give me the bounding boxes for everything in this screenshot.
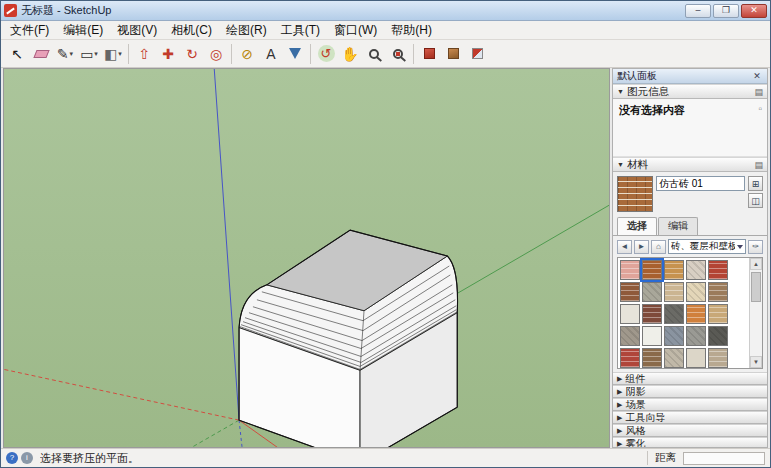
shapes-tool-button[interactable]: ▭▾ <box>77 42 101 66</box>
forward-arrow-icon[interactable]: ► <box>634 240 649 254</box>
rotate-tool-button[interactable]: ↻ <box>180 42 204 66</box>
material-swatch[interactable] <box>708 260 728 280</box>
dropdown-arrow-icon[interactable]: ▾ <box>118 50 122 58</box>
sample-paint-button[interactable]: ✑ <box>748 240 763 254</box>
menu-item-0[interactable]: 文件(F) <box>3 20 56 41</box>
materials-browser-button[interactable] <box>441 42 465 66</box>
statusbar-divider <box>647 451 648 465</box>
materials-tab-0[interactable]: 选择 <box>617 217 657 235</box>
maximize-button[interactable]: ❐ <box>713 4 739 18</box>
components-browser-button[interactable] <box>465 42 489 66</box>
material-swatch[interactable] <box>708 348 728 368</box>
viewport-canvas[interactable] <box>4 69 609 447</box>
info-icon[interactable]: i <box>21 452 33 464</box>
model-info-button[interactable] <box>417 42 441 66</box>
pan-tool-button[interactable]: ✋ <box>338 42 362 66</box>
menu-item-3[interactable]: 相机(C) <box>164 20 219 41</box>
material-swatch[interactable] <box>664 260 684 280</box>
material-swatch[interactable] <box>620 304 640 324</box>
entity-info-body: 没有选择内容 ▫ <box>613 99 767 157</box>
materials-nav-buttons: ◄►⌂ <box>617 240 666 254</box>
menu-item-1[interactable]: 编辑(E) <box>56 20 110 41</box>
section-label: 场景 <box>625 398 645 412</box>
section-header-collapsed-0[interactable]: ▶组件 <box>613 372 767 385</box>
material-swatch[interactable] <box>664 326 684 346</box>
offset-tool-button[interactable]: ◎ <box>204 42 228 66</box>
dropdown-arrow-icon[interactable]: ▾ <box>70 50 74 58</box>
toolbar-separator <box>310 44 311 64</box>
display-secondary-pane-button[interactable]: ⊞ <box>748 176 763 191</box>
material-swatch[interactable] <box>620 260 640 280</box>
create-material-button[interactable]: ◫ <box>748 193 763 208</box>
material-swatch[interactable] <box>642 304 662 324</box>
orbit-tool-button[interactable]: ↺ <box>314 42 338 66</box>
material-swatch[interactable] <box>708 304 728 324</box>
paint-bucket-tool-button[interactable] <box>283 42 307 66</box>
scroll-down-icon[interactable]: ▼ <box>750 356 762 368</box>
entity-info-detail-icon[interactable]: ▫ <box>758 103 762 114</box>
materials-tab-1[interactable]: 编辑 <box>658 217 698 235</box>
zoom-tool-button[interactable] <box>362 42 386 66</box>
scrollbar-track[interactable] <box>750 270 762 356</box>
minimize-button[interactable]: – <box>685 4 711 18</box>
material-swatch[interactable] <box>664 282 684 302</box>
material-swatch[interactable] <box>686 282 706 302</box>
panel-titlebar[interactable]: 默认面板 ✕ <box>613 69 767 84</box>
move-tool-button[interactable]: ✚ <box>156 42 180 66</box>
section-header-collapsed-3[interactable]: ▶工具向导 <box>613 411 767 424</box>
material-preview-thumbnail[interactable] <box>617 176 653 212</box>
section-header-collapsed-2[interactable]: ▶场景 <box>613 398 767 411</box>
material-swatch[interactable] <box>664 348 684 368</box>
material-swatch[interactable] <box>642 282 662 302</box>
section-header-entity-info[interactable]: ▼ 图元信息 ▤ <box>613 84 767 99</box>
eraser-tool-button[interactable] <box>29 42 53 66</box>
materials-scrollbar[interactable]: ▲ ▼ <box>749 258 762 368</box>
material-swatch[interactable] <box>686 260 706 280</box>
section-header-materials[interactable]: ▼ 材料 ▤ <box>613 157 767 172</box>
section-header-collapsed-5[interactable]: ▶雾化 <box>613 437 767 448</box>
red-axis-dashed <box>4 369 239 420</box>
help-icon[interactable]: ? <box>6 452 18 464</box>
material-swatch[interactable] <box>686 304 706 324</box>
scrollbar-thumb[interactable] <box>751 272 761 302</box>
material-swatch[interactable] <box>642 260 662 280</box>
material-swatch[interactable] <box>686 348 706 368</box>
material-swatch[interactable] <box>642 326 662 346</box>
materials-category-dropdown[interactable]: 砖、覆层和壁板 <box>668 239 746 254</box>
titlebar[interactable]: 无标题 - SketchUp – ❐ ✕ <box>1 1 770 21</box>
material-swatch[interactable] <box>708 326 728 346</box>
material-name-input[interactable] <box>656 176 745 191</box>
material-swatch[interactable] <box>620 348 640 368</box>
line-tool-button[interactable]: ✎▾ <box>53 42 77 66</box>
chevron-down-icon <box>737 245 743 249</box>
menu-item-6[interactable]: 窗口(W) <box>327 20 384 41</box>
menu-item-4[interactable]: 绘图(R) <box>219 20 274 41</box>
dropdown-arrow-icon[interactable]: ▾ <box>94 50 98 58</box>
material-swatch[interactable] <box>708 282 728 302</box>
menu-item-5[interactable]: 工具(T) <box>274 20 327 41</box>
material-swatch[interactable] <box>620 326 640 346</box>
menu-item-7[interactable]: 帮助(H) <box>384 20 439 41</box>
entity-info-options-icon[interactable]: ▤ <box>754 87 763 97</box>
tape-measure-tool-button[interactable]: ⊘ <box>235 42 259 66</box>
select-tool-button[interactable]: ↖ <box>5 42 29 66</box>
push-pull-tool-button[interactable]: ⇧ <box>132 42 156 66</box>
zoom-extents-tool-button[interactable] <box>386 42 410 66</box>
material-swatch[interactable] <box>642 348 662 368</box>
section-header-collapsed-4[interactable]: ▶风格 <box>613 424 767 437</box>
material-swatch[interactable] <box>664 304 684 324</box>
materials-options-icon[interactable]: ▤ <box>754 160 763 170</box>
paint-tool-button[interactable]: ◧▾ <box>101 42 125 66</box>
material-swatch[interactable] <box>620 282 640 302</box>
close-button[interactable]: ✕ <box>741 4 767 18</box>
home-icon[interactable]: ⌂ <box>651 240 666 254</box>
section-header-collapsed-1[interactable]: ▶阴影 <box>613 385 767 398</box>
panel-close-icon[interactable]: ✕ <box>751 71 763 81</box>
menu-item-2[interactable]: 视图(V) <box>110 20 164 41</box>
text-tool-button[interactable]: A <box>259 42 283 66</box>
material-swatch[interactable] <box>686 326 706 346</box>
measurement-input[interactable] <box>683 452 765 465</box>
scroll-up-icon[interactable]: ▲ <box>750 258 762 270</box>
back-arrow-icon[interactable]: ◄ <box>617 240 632 254</box>
viewport[interactable] <box>3 68 610 448</box>
